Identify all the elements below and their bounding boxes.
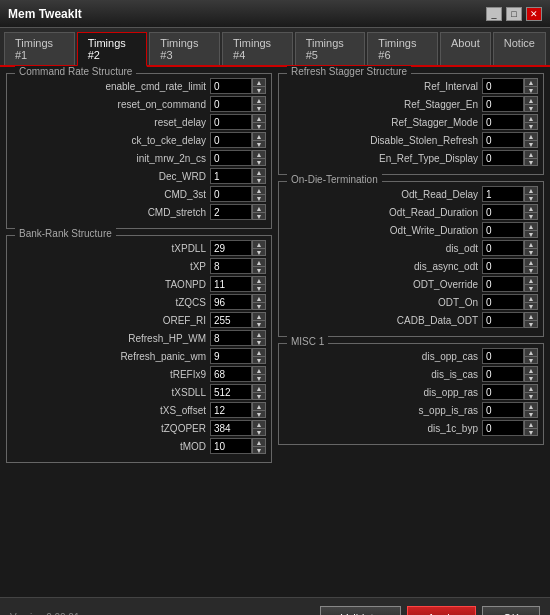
input-oref-ri[interactable] [210, 312, 252, 328]
input-dis-async-odt[interactable] [482, 258, 524, 274]
spin-up-taonpd[interactable]: ▲ [252, 276, 266, 284]
spin-up-oref-ri[interactable]: ▲ [252, 312, 266, 320]
tab-timings6[interactable]: Timings #6 [367, 32, 438, 65]
input-disable-stolen-refresh[interactable] [482, 132, 524, 148]
spin-down-cadb-data-odt[interactable]: ▼ [524, 320, 538, 328]
spin-down-enable-cmd-rate-limit[interactable]: ▼ [252, 86, 266, 94]
tab-timings2[interactable]: Timings #2 [77, 32, 148, 67]
spin-down-ref-stagger-mode[interactable]: ▼ [524, 122, 538, 130]
input-txs-offset[interactable] [210, 402, 252, 418]
spin-up-dis-opp-cas[interactable]: ▲ [524, 348, 538, 356]
spin-up-cmd-3st[interactable]: ▲ [252, 186, 266, 194]
input-enable-cmd-rate-limit[interactable] [210, 78, 252, 94]
spin-up-init-mrw-2n-cs[interactable]: ▲ [252, 150, 266, 158]
spin-down-tmod[interactable]: ▼ [252, 446, 266, 454]
spin-down-en-ref-type-display[interactable]: ▼ [524, 158, 538, 166]
spin-up-refresh-panic-wm[interactable]: ▲ [252, 348, 266, 356]
spin-up-s-opp-is-ras[interactable]: ▲ [524, 402, 538, 410]
spin-down-init-mrw-2n-cs[interactable]: ▼ [252, 158, 266, 166]
spin-down-dis-is-cas[interactable]: ▼ [524, 374, 538, 382]
spin-down-tzqoper[interactable]: ▼ [252, 428, 266, 436]
spin-up-dis-odt[interactable]: ▲ [524, 240, 538, 248]
input-dis-opp-ras[interactable] [482, 384, 524, 400]
spin-down-odt-read-duration[interactable]: ▼ [524, 212, 538, 220]
spin-up-ref-stagger-mode[interactable]: ▲ [524, 114, 538, 122]
input-odt-write-duration[interactable] [482, 222, 524, 238]
spin-up-ref-interval[interactable]: ▲ [524, 78, 538, 86]
minimize-button[interactable]: _ [486, 7, 502, 21]
input-s-opp-is-ras[interactable] [482, 402, 524, 418]
input-refresh-hp-wm[interactable] [210, 330, 252, 346]
input-dis-1c-byp[interactable] [482, 420, 524, 436]
tab-timings3[interactable]: Timings #3 [149, 32, 220, 65]
spin-down-odt-override[interactable]: ▼ [524, 284, 538, 292]
input-ref-interval[interactable] [482, 78, 524, 94]
spin-up-disable-stolen-refresh[interactable]: ▲ [524, 132, 538, 140]
spin-down-txpdll[interactable]: ▼ [252, 248, 266, 256]
input-odt-on[interactable] [482, 294, 524, 310]
input-tzqcs[interactable] [210, 294, 252, 310]
input-tmod[interactable] [210, 438, 252, 454]
input-txpdll[interactable] [210, 240, 252, 256]
spin-up-odt-override[interactable]: ▲ [524, 276, 538, 284]
input-odt-read-delay[interactable] [482, 186, 524, 202]
spin-up-cadb-data-odt[interactable]: ▲ [524, 312, 538, 320]
input-dis-opp-cas[interactable] [482, 348, 524, 364]
input-txsdll[interactable] [210, 384, 252, 400]
spin-down-cmd-3st[interactable]: ▼ [252, 194, 266, 202]
spin-down-dis-odt[interactable]: ▼ [524, 248, 538, 256]
spin-up-dis-1c-byp[interactable]: ▲ [524, 420, 538, 428]
spin-up-dec-wrd[interactable]: ▲ [252, 168, 266, 176]
spin-up-odt-on[interactable]: ▲ [524, 294, 538, 302]
ok-button[interactable]: OK [482, 606, 540, 616]
spin-down-dis-opp-ras[interactable]: ▼ [524, 392, 538, 400]
input-taonpd[interactable] [210, 276, 252, 292]
input-txp[interactable] [210, 258, 252, 274]
tab-notice[interactable]: Notice [493, 32, 546, 65]
spin-up-tzqcs[interactable]: ▲ [252, 294, 266, 302]
spin-down-ck-to-cke-delay[interactable]: ▼ [252, 140, 266, 148]
input-trefix9[interactable] [210, 366, 252, 382]
spin-down-cmd-stretch[interactable]: ▼ [252, 212, 266, 220]
spin-down-odt-on[interactable]: ▼ [524, 302, 538, 310]
input-tzqoper[interactable] [210, 420, 252, 436]
spin-down-dis-1c-byp[interactable]: ▼ [524, 428, 538, 436]
spin-down-txs-offset[interactable]: ▼ [252, 410, 266, 418]
spin-up-txs-offset[interactable]: ▲ [252, 402, 266, 410]
validate-button[interactable]: Validate [320, 606, 401, 616]
spin-up-ck-to-cke-delay[interactable]: ▲ [252, 132, 266, 140]
input-en-ref-type-display[interactable] [482, 150, 524, 166]
spin-down-dis-opp-cas[interactable]: ▼ [524, 356, 538, 364]
input-cmd-stretch[interactable] [210, 204, 252, 220]
spin-up-tzqoper[interactable]: ▲ [252, 420, 266, 428]
spin-down-ref-interval[interactable]: ▼ [524, 86, 538, 94]
spin-down-tzqcs[interactable]: ▼ [252, 302, 266, 310]
tab-timings5[interactable]: Timings #5 [295, 32, 366, 65]
spin-down-odt-read-delay[interactable]: ▼ [524, 194, 538, 202]
input-dis-odt[interactable] [482, 240, 524, 256]
spin-down-dis-async-odt[interactable]: ▼ [524, 266, 538, 274]
input-ref-stagger-mode[interactable] [482, 114, 524, 130]
spin-down-refresh-panic-wm[interactable]: ▼ [252, 356, 266, 364]
spin-up-odt-read-delay[interactable]: ▲ [524, 186, 538, 194]
spin-down-dec-wrd[interactable]: ▼ [252, 176, 266, 184]
spin-up-enable-cmd-rate-limit[interactable]: ▲ [252, 78, 266, 86]
input-reset-delay[interactable] [210, 114, 252, 130]
input-cmd-3st[interactable] [210, 186, 252, 202]
spin-up-txp[interactable]: ▲ [252, 258, 266, 266]
spin-down-txp[interactable]: ▼ [252, 266, 266, 274]
spin-up-reset-on-command[interactable]: ▲ [252, 96, 266, 104]
spin-up-reset-delay[interactable]: ▲ [252, 114, 266, 122]
spin-down-ref-stagger-en[interactable]: ▼ [524, 104, 538, 112]
spin-up-trefix9[interactable]: ▲ [252, 366, 266, 374]
input-ref-stagger-en[interactable] [482, 96, 524, 112]
spin-up-odt-read-duration[interactable]: ▲ [524, 204, 538, 212]
input-refresh-panic-wm[interactable] [210, 348, 252, 364]
tab-timings1[interactable]: Timings #1 [4, 32, 75, 65]
spin-down-refresh-hp-wm[interactable]: ▼ [252, 338, 266, 346]
restore-button[interactable]: □ [506, 7, 522, 21]
spin-down-reset-on-command[interactable]: ▼ [252, 104, 266, 112]
input-ck-to-cke-delay[interactable] [210, 132, 252, 148]
input-dis-is-cas[interactable] [482, 366, 524, 382]
spin-down-txsdll[interactable]: ▼ [252, 392, 266, 400]
